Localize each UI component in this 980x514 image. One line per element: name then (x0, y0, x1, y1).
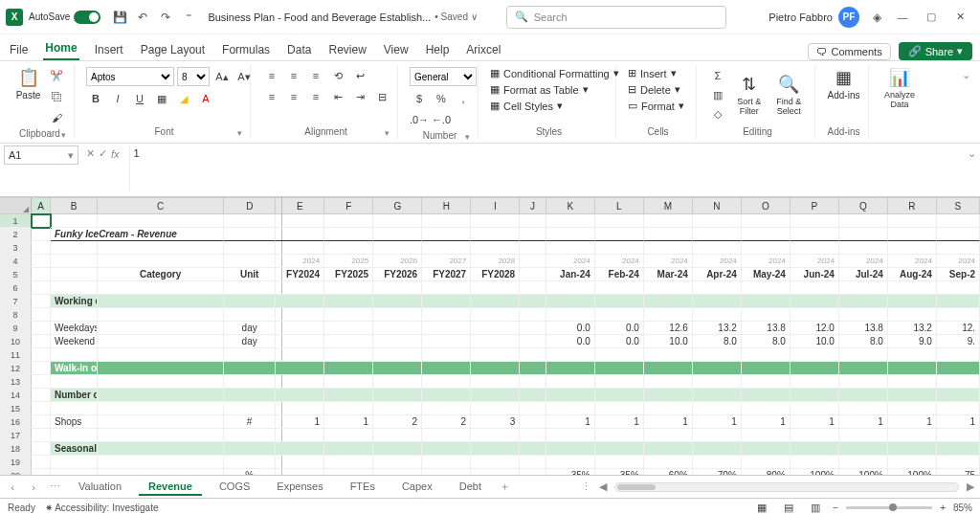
cell[interactable] (839, 308, 888, 322)
cell[interactable] (98, 295, 224, 308)
cell[interactable] (276, 214, 324, 228)
cell[interactable] (276, 456, 324, 469)
cell[interactable] (276, 469, 324, 475)
cell[interactable] (324, 281, 373, 295)
cell[interactable] (546, 281, 595, 295)
cell[interactable] (693, 389, 742, 402)
cell[interactable] (546, 375, 595, 389)
row-header[interactable]: 20 (0, 469, 32, 475)
column-header[interactable]: A (32, 198, 51, 213)
cell[interactable] (839, 214, 888, 228)
cell[interactable] (224, 375, 276, 389)
cell[interactable] (791, 389, 839, 402)
cell[interactable]: 100% (791, 469, 839, 475)
cell[interactable] (98, 375, 224, 389)
cell[interactable]: Jun-24 (791, 268, 839, 281)
cell[interactable] (520, 335, 546, 348)
cell[interactable]: 1 (693, 415, 742, 429)
cell[interactable] (888, 375, 937, 389)
cell[interactable] (471, 402, 520, 415)
cell[interactable]: FY2024 (276, 268, 324, 281)
sheet-nav-more[interactable]: ⋯ (48, 480, 61, 493)
cell[interactable] (693, 375, 742, 389)
cell[interactable] (742, 456, 791, 469)
cell[interactable] (742, 228, 791, 241)
column-header[interactable]: H (422, 198, 471, 213)
cell[interactable] (98, 281, 224, 295)
cell[interactable] (276, 241, 324, 255)
cell[interactable]: Shops (51, 415, 98, 429)
cell[interactable] (98, 389, 224, 402)
cell[interactable] (520, 214, 546, 228)
row-header[interactable]: 12 (0, 362, 32, 375)
cell[interactable] (520, 389, 546, 402)
cell[interactable] (98, 335, 224, 348)
column-header[interactable]: G (373, 198, 422, 213)
cell[interactable] (595, 375, 644, 389)
cell[interactable]: Seasonality (51, 442, 98, 456)
clipboard-launcher[interactable]: ▾ (61, 130, 66, 140)
cell[interactable]: 75 (937, 469, 980, 475)
autosum-icon[interactable]: Σ (708, 67, 727, 84)
cell[interactable] (644, 241, 693, 255)
align-center-icon[interactable]: ≡ (284, 88, 303, 105)
cell[interactable] (520, 362, 546, 375)
cell[interactable] (888, 402, 937, 415)
qat-customize-icon[interactable]: ⁼ (180, 9, 197, 26)
cell[interactable] (224, 295, 276, 308)
cell[interactable] (324, 375, 373, 389)
cell[interactable] (644, 389, 693, 402)
cell[interactable] (373, 308, 422, 322)
orientation-icon[interactable]: ⟲ (328, 67, 347, 84)
column-header[interactable]: M (644, 198, 693, 213)
cell[interactable] (276, 335, 324, 348)
undo-icon[interactable]: ↶ (134, 9, 151, 26)
cell[interactable] (791, 429, 839, 442)
decrease-indent-icon[interactable]: ⇤ (328, 88, 347, 105)
cell[interactable] (937, 389, 980, 402)
cell[interactable] (937, 402, 980, 415)
row-header[interactable]: 15 (0, 402, 32, 415)
cell[interactable]: 10.0 (791, 335, 839, 348)
cell[interactable] (324, 456, 373, 469)
cell[interactable] (791, 214, 839, 228)
cell[interactable] (644, 348, 693, 362)
cell[interactable] (595, 241, 644, 255)
cell[interactable] (422, 429, 471, 442)
cell[interactable] (644, 295, 693, 308)
cell[interactable] (520, 429, 546, 442)
hscroll-right[interactable]: ▶ (967, 480, 974, 493)
increase-indent-icon[interactable]: ⇥ (350, 88, 369, 105)
cell[interactable] (693, 241, 742, 255)
cell[interactable] (644, 442, 693, 456)
cell[interactable] (693, 362, 742, 375)
cell[interactable]: 1 (839, 415, 888, 429)
cell[interactable]: Aug-24 (888, 268, 937, 281)
cell[interactable] (324, 348, 373, 362)
cell[interactable]: Number of shops (51, 389, 98, 402)
cell[interactable] (791, 308, 839, 322)
row-header[interactable]: 3 (0, 241, 32, 255)
cell[interactable] (373, 322, 422, 335)
cell[interactable] (471, 295, 520, 308)
cell[interactable] (693, 402, 742, 415)
cell[interactable]: Weekend (51, 335, 98, 348)
font-color-button[interactable]: A (196, 90, 215, 107)
cell[interactable] (224, 389, 276, 402)
cell[interactable]: Working days (51, 295, 98, 308)
cell[interactable] (224, 214, 276, 228)
cell[interactable] (471, 456, 520, 469)
sheet-nav-prev[interactable]: ‹ (6, 481, 19, 493)
tab-page-layout[interactable]: Page Layout (139, 39, 207, 60)
cell[interactable]: 60% (644, 469, 693, 475)
cell[interactable] (693, 308, 742, 322)
tab-file[interactable]: File (8, 39, 30, 60)
cell[interactable] (276, 375, 324, 389)
cell[interactable] (471, 308, 520, 322)
cell[interactable] (32, 241, 51, 255)
cell[interactable] (742, 308, 791, 322)
ribbon-collapse-icon[interactable]: ⌄ (958, 65, 974, 139)
cell[interactable] (595, 214, 644, 228)
cell[interactable] (937, 348, 980, 362)
cell[interactable]: FY2027 (422, 268, 471, 281)
